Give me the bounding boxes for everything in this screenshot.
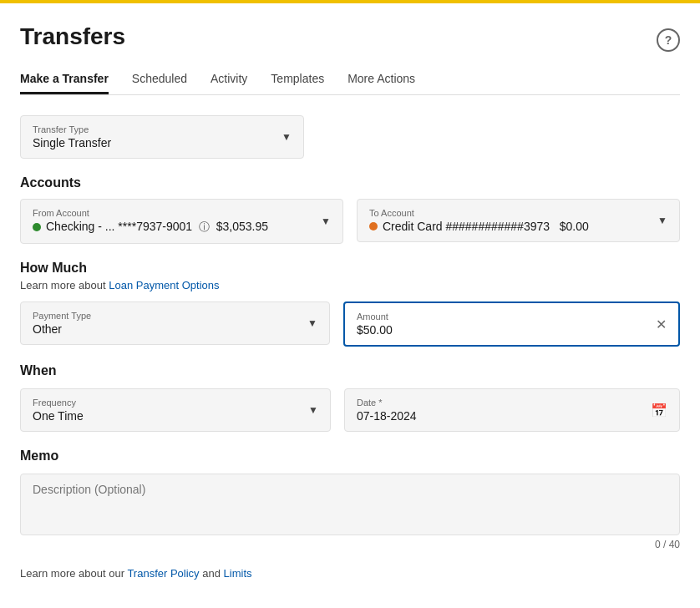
payment-type-value: Other <box>33 322 91 336</box>
memo-field[interactable] <box>20 474 680 535</box>
footer-text: Learn more about our Transfer Policy and… <box>20 567 680 580</box>
to-account-chevron-icon: ▼ <box>657 215 667 226</box>
payment-type-sublabel: Payment Type <box>33 311 91 321</box>
transfer-type-dropdown[interactable]: Transfer Type Single Transfer ▼ <box>20 115 304 159</box>
page-title: Transfers <box>20 23 125 50</box>
tab-more-actions[interactable]: More Actions <box>347 65 415 94</box>
tab-scheduled[interactable]: Scheduled <box>132 65 187 94</box>
from-account-dropdown[interactable]: From Account Checking - ... ****7937-900… <box>20 199 343 244</box>
loan-payment-learn-more: Learn more about Loan Payment Options <box>20 279 680 291</box>
tab-templates[interactable]: Templates <box>271 65 324 94</box>
date-sublabel: Date * <box>357 398 417 408</box>
frequency-chevron-icon: ▼ <box>308 404 318 416</box>
to-account-dot <box>369 222 378 231</box>
limits-link[interactable]: Limits <box>224 567 252 580</box>
from-account-dot <box>33 223 41 231</box>
calendar-icon: 📅 <box>651 403 667 418</box>
frequency-value: One Time <box>33 409 84 423</box>
tab-bar: Make a Transfer Scheduled Activity Templ… <box>20 65 680 95</box>
tab-activity[interactable]: Activity <box>211 65 247 94</box>
transfer-type-value: Single Transfer <box>33 136 111 149</box>
payment-type-dropdown[interactable]: Payment Type Other ▼ <box>20 301 330 345</box>
transfer-policy-link[interactable]: Transfer Policy <box>127 567 199 580</box>
to-account-dropdown[interactable]: To Account Credit Card ############3973 … <box>357 199 680 244</box>
frequency-dropdown[interactable]: Frequency One Time ▼ <box>20 388 331 432</box>
date-field[interactable]: Date * 07-18-2024 📅 <box>344 388 680 432</box>
date-value: 07-18-2024 <box>357 409 417 423</box>
amount-sublabel: Amount <box>357 312 649 322</box>
to-account-sublabel: To Account <box>369 208 589 218</box>
tab-make-transfer[interactable]: Make a Transfer <box>20 65 109 94</box>
amount-input[interactable] <box>357 323 649 337</box>
transfer-type-chevron-icon: ▼ <box>282 131 292 143</box>
from-account-chevron-icon: ▼ <box>321 215 331 227</box>
accounts-label: Accounts <box>20 175 680 190</box>
how-much-label: How Much <box>20 261 680 276</box>
help-button[interactable]: ? <box>657 28 680 52</box>
memo-label: Memo <box>20 448 680 464</box>
when-label: When <box>20 363 680 378</box>
payment-type-chevron-icon: ▼ <box>307 317 317 329</box>
from-account-sublabel: From Account <box>33 208 268 218</box>
loan-payment-options-link[interactable]: Loan Payment Options <box>109 279 219 291</box>
memo-counter: 0 / 40 <box>20 539 680 550</box>
clear-amount-icon[interactable]: ✕ <box>656 317 667 332</box>
from-account-value: Checking - ... ****7937-9001 ⓘ $3,053.95 <box>46 220 268 235</box>
amount-field[interactable]: Amount ✕ <box>343 301 680 347</box>
to-account-value: Credit Card ############3973 $0.00 <box>383 220 589 233</box>
memo-input[interactable] <box>33 483 667 523</box>
frequency-sublabel: Frequency <box>33 398 84 408</box>
transfer-type-sublabel: Transfer Type <box>33 124 111 134</box>
